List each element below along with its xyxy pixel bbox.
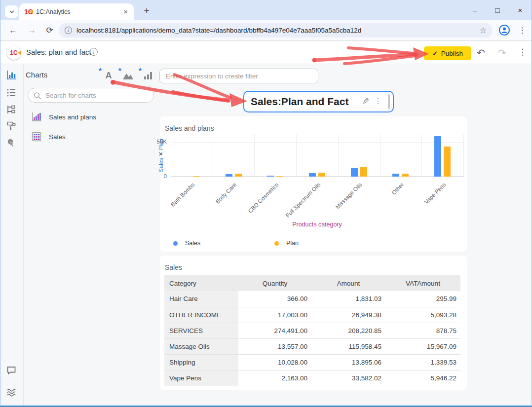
table-row[interactable]: OTHER INCOME17,003.0026,949.385,093.28 bbox=[164, 307, 460, 323]
mini-bars-icon bbox=[142, 70, 154, 81]
page-info-icon[interactable]: i bbox=[65, 27, 72, 34]
paint-roller-tab-icon[interactable] bbox=[5, 119, 18, 132]
forward-icon[interactable]: → bbox=[25, 24, 38, 37]
value-cell: 295.99 bbox=[385, 291, 460, 307]
bar-plan[interactable] bbox=[360, 167, 367, 177]
table-row[interactable]: SERVICES274,491.00208,220.85878.75 bbox=[164, 323, 460, 338]
chart-list-item-sales-and-plans[interactable]: Sales and plans bbox=[25, 109, 154, 125]
back-icon[interactable]: ← bbox=[6, 24, 20, 37]
value-cell: 13,557.00 bbox=[238, 338, 311, 354]
address-bar[interactable]: i localhost:8181/applications/demo_data?… bbox=[59, 23, 493, 37]
column-header-quantity[interactable]: Quantity bbox=[238, 275, 311, 291]
dashboard-title-widget[interactable]: Sales:Plan and Fact ✎ ⋮ ⋰ bbox=[243, 91, 394, 112]
charts-tab-icon[interactable] bbox=[5, 69, 18, 81]
image-icon bbox=[122, 70, 135, 82]
bar-sales[interactable] bbox=[267, 176, 274, 177]
bar-sales[interactable] bbox=[351, 168, 358, 177]
list-tab-icon[interactable] bbox=[5, 86, 18, 99]
window-close-button[interactable]: × bbox=[509, 0, 532, 20]
chevron-down-icon bbox=[8, 8, 15, 15]
bar-sales[interactable] bbox=[434, 136, 441, 177]
legend-item-sales[interactable]: Sales bbox=[173, 240, 200, 247]
filter-input[interactable] bbox=[166, 73, 312, 80]
edit-pencil-icon[interactable]: ✎ bbox=[362, 96, 369, 107]
table-row[interactable]: Vape Pens2,163.0033,582.025,946.22 bbox=[164, 370, 460, 386]
widget-menu-icon[interactable]: ⋮ bbox=[374, 96, 382, 106]
legend-item-plan[interactable]: Plan bbox=[274, 240, 299, 247]
url-text[interactable]: localhost:8181/applications/demo_data?st… bbox=[76, 27, 476, 34]
add-chart-button[interactable]: * bbox=[142, 70, 155, 82]
value-cell: 2,163.00 bbox=[238, 370, 311, 386]
bar-chart-icon bbox=[31, 111, 42, 122]
1c-analytics-logo[interactable]: 1C bbox=[7, 46, 21, 60]
chart-list-item-sales[interactable]: Sales bbox=[25, 128, 154, 145]
resize-handle[interactable]: ⋰ bbox=[388, 107, 392, 111]
add-image-button[interactable]: * bbox=[122, 70, 135, 82]
value-cell: 366.00 bbox=[238, 291, 311, 307]
new-asterisk: * bbox=[139, 66, 142, 74]
1c-favicon: 1C bbox=[24, 8, 32, 16]
window-maximize-button[interactable]: □ bbox=[486, 0, 509, 20]
undo-icon[interactable]: ↶ bbox=[477, 46, 485, 59]
bar-sales[interactable] bbox=[226, 174, 232, 177]
bookmark-star-icon[interactable]: ☆ bbox=[480, 26, 487, 35]
table-row[interactable]: Hair Care366.001,831.03295.99 bbox=[164, 291, 460, 307]
search-input[interactable] bbox=[45, 92, 149, 99]
interaction-tab-icon[interactable] bbox=[5, 137, 18, 149]
column-header-amount[interactable]: Amount bbox=[311, 275, 385, 291]
chart-widget[interactable]: Sales and plans Sales ✕ Plan 50K0Bath Bo… bbox=[160, 116, 467, 252]
comments-icon[interactable] bbox=[5, 364, 18, 377]
tab-close-icon[interactable]: × bbox=[122, 7, 129, 16]
table-row[interactable]: Massage Oils13,557.00115,958.4515,967.09 bbox=[164, 338, 460, 354]
publish-button[interactable]: ✓ Publish bbox=[424, 46, 471, 60]
search-icon bbox=[33, 91, 41, 100]
gridline-vertical bbox=[296, 134, 297, 177]
filter-expression-box[interactable] bbox=[159, 69, 318, 83]
legend-dot bbox=[173, 241, 178, 246]
column-header-vatamount[interactable]: VATAmount bbox=[385, 275, 460, 291]
column-header-category[interactable]: Category bbox=[164, 275, 238, 291]
x-tick-label: Bath Bombs bbox=[153, 182, 196, 224]
info-icon[interactable]: i bbox=[90, 48, 98, 56]
legend-label: Plan bbox=[286, 240, 299, 247]
bar-plan[interactable] bbox=[193, 176, 200, 177]
bar-plan[interactable] bbox=[402, 174, 409, 177]
reload-icon[interactable]: ⟳ bbox=[43, 24, 56, 37]
profile-icon[interactable] bbox=[498, 24, 511, 37]
x-tick-label: Other bbox=[362, 182, 405, 224]
gridline-vertical bbox=[463, 134, 464, 177]
category-cell: Hair Care bbox=[164, 291, 238, 307]
table-header-row: CategoryQuantityAmountVATAmount bbox=[164, 275, 460, 291]
waves-icon[interactable] bbox=[5, 386, 18, 399]
category-cell: SERVICES bbox=[164, 323, 238, 338]
widget-title-text: Sales:Plan and Fact bbox=[251, 96, 348, 108]
browser-tab[interactable]: 1C 1C:Analytics × bbox=[19, 3, 134, 20]
value-cell: 5,946.22 bbox=[385, 370, 460, 386]
value-cell: 878.75 bbox=[385, 323, 460, 338]
bar-chart-plot: Sales ✕ Plan 50K0Bath BombsBody CareCBD … bbox=[171, 134, 463, 177]
redo-icon[interactable]: ↷ bbox=[498, 46, 506, 59]
bar-plan[interactable] bbox=[318, 173, 325, 177]
x-tick-label: Full Spectrum Oils bbox=[279, 182, 321, 224]
bar-sales[interactable] bbox=[392, 174, 399, 177]
gridline-vertical bbox=[213, 134, 213, 177]
value-cell: 274,491.00 bbox=[238, 323, 311, 338]
bar-plan[interactable] bbox=[235, 174, 242, 177]
value-cell: 208,220.85 bbox=[311, 323, 385, 338]
add-text-button[interactable]: * A bbox=[102, 70, 115, 82]
window-minimize-button[interactable]: – bbox=[463, 0, 486, 20]
hierarchy-tab-icon[interactable] bbox=[5, 103, 18, 116]
table-widget[interactable]: Sales CategoryQuantityAmountVATAmount Ha… bbox=[160, 256, 467, 390]
charts-search[interactable] bbox=[28, 88, 154, 103]
tab-search-button[interactable] bbox=[5, 5, 18, 18]
table-row[interactable]: Shipping10,028.0013,895.061,339.53 bbox=[164, 354, 460, 370]
app-header: 1C Sales: plan and fact i ✓ Publish ↶ ↷ … bbox=[0, 41, 532, 64]
category-cell: OTHER INCOME bbox=[164, 307, 238, 323]
dashboard-name: Sales: plan and fact bbox=[26, 48, 91, 56]
bar-plan[interactable] bbox=[444, 147, 451, 177]
browser-menu-icon[interactable]: ⋮ bbox=[516, 24, 529, 37]
header-menu-icon[interactable]: ⋮ bbox=[518, 47, 527, 57]
bar-sales[interactable] bbox=[309, 173, 316, 177]
bar-plan[interactable] bbox=[276, 176, 283, 177]
new-tab-button[interactable]: + bbox=[140, 4, 153, 17]
